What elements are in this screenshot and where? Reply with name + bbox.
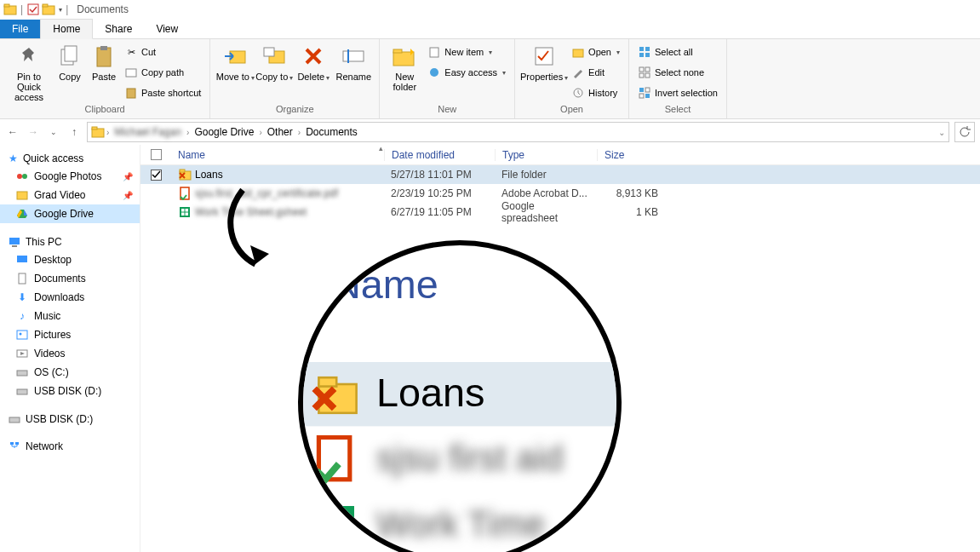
svg-rect-41 [12,245,17,247]
easy-access-button[interactable]: Easy access▾ [424,63,509,82]
invert-selection-button[interactable]: Invert selection [634,83,721,102]
sidebar-usb-1[interactable]: USB DISK (D:) [0,382,140,400]
label: Google Drive [34,208,94,220]
back-button[interactable]: ← [5,124,20,140]
tab-share[interactable]: Share [93,20,144,38]
zoom-callout: Name Loans sjsu first aid Work Time [298,240,622,552]
up-button[interactable]: ↑ [66,124,82,140]
file-date: 6/27/19 11:05 PM [384,206,495,218]
qat-properties-icon[interactable] [26,3,40,16]
sidebar-network[interactable]: Network [0,438,140,455]
file-date: 5/27/18 11:01 PM [384,169,495,181]
label: Copy path [141,67,184,78]
select-none-button[interactable]: Select none [634,63,721,82]
group-label: Organize [276,104,314,118]
copy-button[interactable]: Copy [53,41,87,82]
file-row-gsheet[interactable]: Work Time Sheet.gsheet 6/27/19 11:05 PM … [140,203,980,221]
label: Network [26,440,63,452]
svg-rect-42 [17,256,27,262]
column-name[interactable]: Name [171,149,384,161]
history-button[interactable]: History [568,83,623,102]
breadcrumb-documents[interactable]: Documents [302,126,361,138]
sidebar-google-photos[interactable]: Google Photos📌 [0,167,140,186]
edit-button[interactable]: Edit [568,63,623,82]
cut-button[interactable]: ✂Cut [121,43,204,61]
sidebar-pictures[interactable]: Pictures [0,325,140,344]
new-item-button[interactable]: New item▾ [424,43,509,61]
pc-icon [9,236,20,248]
label: Invert selection [655,88,718,98]
properties-button[interactable]: Properties▾ [520,41,568,83]
address-dropdown-icon[interactable]: ⌄ [938,128,945,137]
label: Easy access [444,67,497,78]
sidebar-usb-2[interactable]: USB DISK (D:) [0,411,140,428]
easy-access-icon [427,66,441,79]
svg-rect-50 [10,442,14,445]
tab-file[interactable]: File [0,20,40,38]
row-checkbox[interactable] [140,170,171,181]
paste-button[interactable]: Paste [87,41,121,82]
rename-button[interactable]: Rename [333,41,374,82]
sidebar-grad-video[interactable]: Grad Video📌 [0,186,140,204]
ribbon-tabs: File Home Share View [0,19,980,39]
label: Open [588,47,611,57]
svg-point-37 [17,174,22,179]
sidebar-os-c[interactable]: OS (C:) [0,363,140,382]
breadcrumb-other[interactable]: Other [264,126,296,138]
downloads-icon: ⬇ [15,290,29,304]
file-row-loans[interactable]: Loans 5/27/18 11:01 PM File folder [140,165,980,184]
tab-home[interactable]: Home [40,19,93,39]
copy-icon [56,43,83,70]
tab-view[interactable]: View [144,20,190,38]
recent-dropdown[interactable]: ⌄ [46,124,61,140]
sidebar-this-pc[interactable]: This PC [0,233,140,250]
svg-rect-18 [430,48,438,57]
copy-path-button[interactable]: Copy path [121,63,204,82]
sidebar-quick-access[interactable]: ★Quick access [0,150,140,167]
sidebar-desktop[interactable]: Desktop [0,250,140,269]
rename-icon [340,43,367,70]
sidebar-google-drive[interactable]: Google Drive [0,204,140,223]
svg-rect-39 [17,192,27,199]
breadcrumb-user[interactable]: Michael Fagan [111,126,185,138]
chevron-icon[interactable]: › [106,128,109,137]
group-label: Open [560,104,583,118]
column-size[interactable]: Size [597,149,665,161]
open-button[interactable]: Open▾ [568,43,623,61]
pin-icon: 📌 [123,172,133,181]
breadcrumb-gdrive[interactable]: Google Drive [191,126,257,138]
column-date[interactable]: Date modified [384,149,495,161]
new-folder-button[interactable]: New folder [385,41,424,92]
separator: | [20,3,23,15]
chevron-icon[interactable]: › [259,128,261,137]
sidebar-downloads[interactable]: ⬇Downloads [0,288,140,307]
forward-button[interactable]: → [26,124,41,140]
address-bar[interactable]: › Michael Fagan › Google Drive › Other ›… [87,122,949,142]
refresh-button[interactable] [954,122,975,142]
select-all-icon [638,45,651,59]
documents-icon [15,272,29,285]
select-all-button[interactable]: Select all [634,43,721,61]
sidebar-music[interactable]: ♪Music [0,307,140,325]
zoom-folder-error-icon [310,372,358,417]
chevron-icon[interactable]: › [186,128,189,137]
sidebar-videos[interactable]: Videos [0,344,140,363]
edit-icon [571,66,585,79]
delete-button[interactable]: Delete▾ [294,41,333,83]
column-checkbox[interactable] [140,149,171,160]
zoom-gsheet-label: Work Time [376,506,545,546]
column-type[interactable]: Type [495,149,597,161]
svg-rect-40 [9,238,20,244]
move-to-button[interactable]: Move to▾ [215,41,255,83]
label: Properties▾ [520,72,568,83]
chevron-icon[interactable]: › [298,128,301,137]
navigation-bar: ← → ⌄ ↑ › Michael Fagan › Google Drive ›… [0,119,980,145]
label: Pictures [34,329,71,341]
svg-rect-51 [15,442,19,445]
svg-rect-7 [97,48,111,66]
sidebar-documents[interactable]: Documents [0,269,140,288]
pin-to-quick-access-button[interactable]: Pin to Quick access [5,41,53,102]
paste-shortcut-button[interactable]: Paste shortcut [121,83,204,102]
qat-dropdown-icon[interactable]: ▾ [59,6,62,14]
copy-to-button[interactable]: Copy to▾ [255,41,294,83]
